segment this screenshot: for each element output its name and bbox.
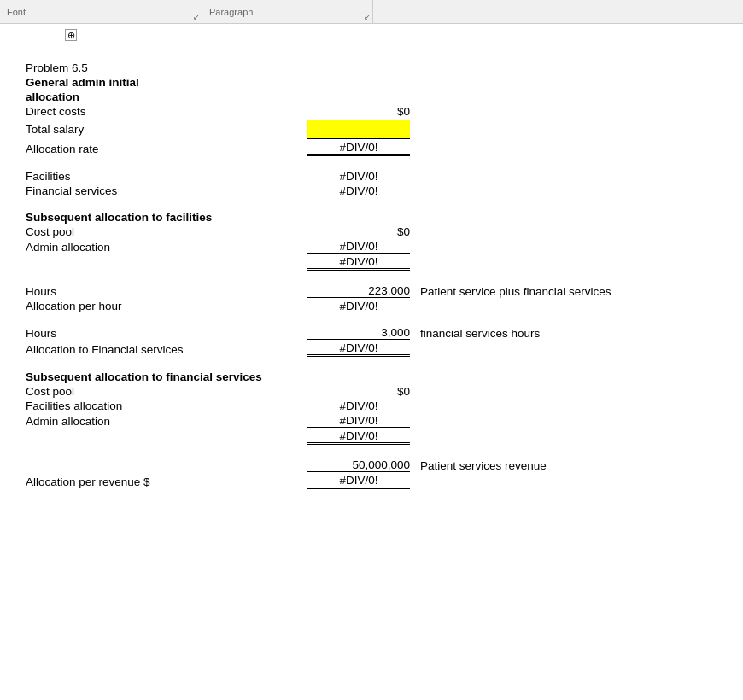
allocation-financial-value: #DIV/0! (307, 341, 410, 357)
hours-value-1: 223,000 (307, 284, 410, 298)
spacer4 (26, 314, 717, 326)
hours-label-1: Hours (26, 285, 307, 298)
spacer6 (26, 446, 717, 458)
heading1: General admin initial (26, 76, 307, 89)
cross-icon[interactable]: ⊕ (65, 29, 77, 41)
paragraph-label: Paragraph (209, 7, 253, 17)
total-salary-value[interactable] (307, 120, 410, 139)
heading2: allocation (26, 90, 307, 103)
cost-pool-label: Cost pool (26, 225, 307, 238)
font-label: Font (7, 7, 26, 17)
spacer3 (26, 272, 717, 284)
direct-costs-label: Direct costs (26, 105, 307, 118)
direct-costs-value: $0 (307, 105, 410, 118)
sub-total-financial-value: #DIV/0! (307, 429, 410, 445)
allocation-per-hour-label: Allocation per hour (26, 300, 307, 312)
cross-icon-area: ⊕ (0, 24, 743, 44)
hours-row-1: Hours 223,000 Patient service plus finan… (26, 284, 717, 298)
allocation-per-hour-row: Allocation per hour #DIV/0! (26, 300, 717, 312)
revenue-row: 50,000,000 Patient services revenue (26, 458, 717, 472)
subsequent-financial-heading: Subsequent allocation to financial servi… (26, 370, 307, 383)
financial-services-label: Financial services (26, 184, 307, 197)
admin-allocation-label: Admin allocation (26, 241, 307, 254)
sub-total-facilities-value: #DIV/0! (307, 255, 410, 271)
revenue-note: Patient services revenue (420, 459, 547, 472)
allocation-revenue-label: Allocation per revenue $ (26, 475, 307, 488)
financial-services-value: #DIV/0! (307, 184, 410, 197)
hours-label-2: Hours (26, 327, 307, 340)
allocation-rate-value: #DIV/0! (307, 141, 410, 156)
allocation-revenue-value: #DIV/0! (307, 474, 410, 489)
paragraph-section: Paragraph ↙ (202, 0, 373, 23)
cost-pool-row: Cost pool $0 (26, 225, 717, 238)
admin-allocation-value: #DIV/0! (307, 240, 410, 254)
spacer2 (26, 199, 717, 211)
total-salary-label: Total salary (26, 123, 307, 136)
cost-pool2-label: Cost pool (26, 385, 307, 398)
admin-allocation2-row: Admin allocation #DIV/0! (26, 414, 717, 428)
total-salary-highlight (307, 120, 410, 138)
sub-total-facilities-row: #DIV/0! (26, 255, 717, 271)
financial-services-row: Financial services #DIV/0! (26, 184, 717, 197)
spacer5 (26, 359, 717, 370)
direct-costs-row: Direct costs $0 (26, 105, 717, 118)
facilities-allocation-row: Facilities allocation #DIV/0! (26, 400, 717, 412)
allocation-revenue-row: Allocation per revenue $ #DIV/0! (26, 474, 717, 489)
facilities-allocation-label: Facilities allocation (26, 400, 307, 412)
admin-allocation2-label: Admin allocation (26, 415, 307, 428)
hours-row-2: Hours 3,000 financial services hours (26, 326, 717, 340)
toolbar: Font ↙ Paragraph ↙ (0, 0, 743, 24)
font-expand-icon[interactable]: ↙ (193, 13, 200, 21)
cost-pool-value: $0 (307, 225, 410, 238)
admin-allocation-row: Admin allocation #DIV/0! (26, 240, 717, 254)
paragraph-expand-icon[interactable]: ↙ (364, 13, 371, 21)
hours-value-2: 3,000 (307, 326, 410, 340)
facilities-allocation-value: #DIV/0! (307, 400, 410, 412)
main-content: Problem 6.5 General admin initial alloca… (0, 44, 743, 508)
problem-title-row: Problem 6.5 (26, 61, 717, 74)
heading2-row: allocation (26, 90, 717, 103)
allocation-financial-row: Allocation to Financial services #DIV/0! (26, 341, 717, 357)
facilities-row: Facilities #DIV/0! (26, 170, 717, 183)
subsequent-facilities-heading-row: Subsequent allocation to facilities (26, 211, 717, 224)
allocation-rate-row: Allocation rate #DIV/0! (26, 141, 717, 156)
facilities-value: #DIV/0! (307, 170, 410, 183)
allocation-financial-label: Allocation to Financial services (26, 343, 307, 356)
hours-note-1: Patient service plus financial services (420, 285, 611, 298)
heading1-row: General admin initial (26, 76, 717, 89)
revenue-value: 50,000,000 (307, 458, 410, 472)
problem-title: Problem 6.5 (26, 61, 307, 74)
subsequent-facilities-heading: Subsequent allocation to facilities (26, 211, 307, 224)
cost-pool2-row: Cost pool $0 (26, 385, 717, 398)
cost-pool2-value: $0 (307, 385, 410, 398)
hours-note-2: financial services hours (420, 327, 540, 340)
allocation-rate-label: Allocation rate (26, 143, 307, 155)
allocation-per-hour-value: #DIV/0! (307, 300, 410, 312)
facilities-label: Facilities (26, 170, 307, 183)
total-salary-row: Total salary (26, 120, 717, 139)
subsequent-financial-heading-row: Subsequent allocation to financial servi… (26, 370, 717, 383)
spacer1 (26, 158, 717, 170)
font-section: Font ↙ (0, 0, 202, 23)
admin-allocation2-value: #DIV/0! (307, 414, 410, 428)
sub-total-financial-row: #DIV/0! (26, 429, 717, 445)
